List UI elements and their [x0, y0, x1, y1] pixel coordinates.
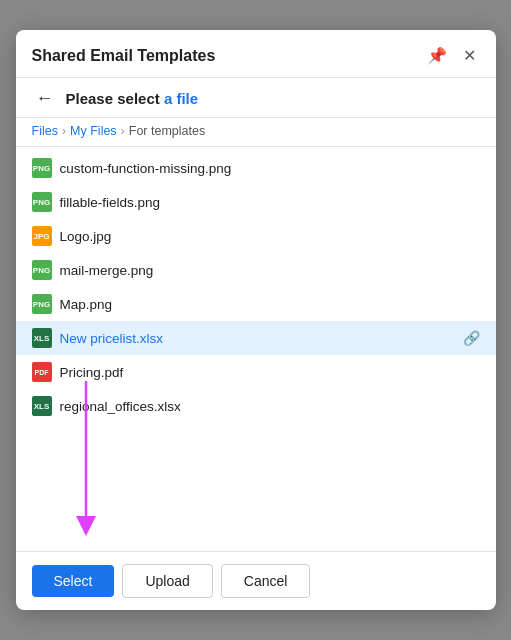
file-name: custom-function-missing.png	[60, 161, 480, 176]
breadcrumb-myfiles[interactable]: My Files	[70, 124, 117, 138]
list-item[interactable]: XLS regional_offices.xlsx	[16, 389, 496, 423]
list-item[interactable]: PNG custom-function-missing.png	[16, 151, 496, 185]
cancel-button[interactable]: Cancel	[221, 564, 311, 598]
list-item[interactable]: PDF Pricing.pdf	[16, 355, 496, 389]
file-icon-png: PNG	[32, 158, 52, 178]
file-name: mail-merge.png	[60, 263, 480, 278]
file-icon-png: PNG	[32, 260, 52, 280]
breadcrumb-files[interactable]: Files	[32, 124, 58, 138]
select-button[interactable]: Select	[32, 565, 115, 597]
file-icon-png: PNG	[32, 192, 52, 212]
pin-icon: 📌	[427, 46, 447, 65]
shared-email-templates-dialog: Shared Email Templates 📌 ✕ ← Please sele…	[16, 30, 496, 610]
file-name: Logo.jpg	[60, 229, 480, 244]
list-item[interactable]: JPG Logo.jpg	[16, 219, 496, 253]
file-icon-png: PNG	[32, 294, 52, 314]
close-icon: ✕	[463, 46, 476, 65]
breadcrumb: Files › My Files › For templates	[16, 118, 496, 147]
file-name: regional_offices.xlsx	[60, 399, 480, 414]
list-item-selected[interactable]: XLS New pricelist.xlsx 🔗	[16, 321, 496, 355]
file-name: Map.png	[60, 297, 480, 312]
upload-button[interactable]: Upload	[122, 564, 212, 598]
pin-button[interactable]: 📌	[423, 44, 451, 67]
file-icon-xlsx: XLS	[32, 328, 52, 348]
close-button[interactable]: ✕	[459, 44, 480, 67]
page-heading: Please select a file	[66, 90, 199, 107]
dialog-footer: Select Upload Cancel	[16, 551, 496, 610]
file-list: PNG custom-function-missing.png PNG fill…	[16, 147, 496, 491]
list-item[interactable]: PNG fillable-fields.png	[16, 185, 496, 219]
link-icon: 🔗	[463, 330, 480, 346]
list-item[interactable]: PNG mail-merge.png	[16, 253, 496, 287]
header-icons: 📌 ✕	[423, 44, 480, 67]
file-name: New pricelist.xlsx	[60, 331, 455, 346]
breadcrumb-sep-1: ›	[62, 124, 66, 138]
file-icon-jpg: JPG	[32, 226, 52, 246]
file-name: fillable-fields.png	[60, 195, 480, 210]
file-icon-xlsx: XLS	[32, 396, 52, 416]
file-icon-pdf: PDF	[32, 362, 52, 382]
heading-highlight: a file	[164, 90, 198, 107]
breadcrumb-current: For templates	[129, 124, 205, 138]
back-button[interactable]: ←	[32, 88, 58, 109]
dialog-header: Shared Email Templates 📌 ✕	[16, 30, 496, 78]
arrow-annotation	[16, 491, 496, 551]
breadcrumb-sep-2: ›	[121, 124, 125, 138]
file-name: Pricing.pdf	[60, 365, 480, 380]
heading-row: ← Please select a file	[16, 78, 496, 118]
list-item[interactable]: PNG Map.png	[16, 287, 496, 321]
dialog-title: Shared Email Templates	[32, 47, 216, 65]
